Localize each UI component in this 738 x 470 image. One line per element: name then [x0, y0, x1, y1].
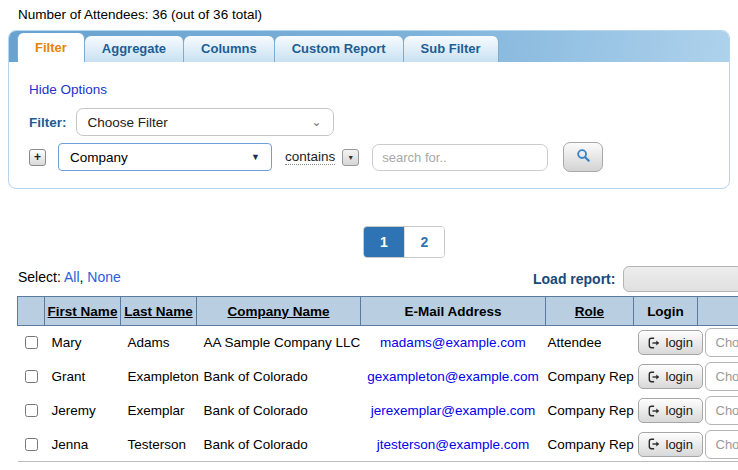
tab-sub-filter[interactable]: Sub Filter: [404, 36, 499, 62]
first-name-cell: Jeremy: [45, 394, 121, 428]
login-button[interactable]: login: [638, 330, 703, 355]
login-button[interactable]: login: [638, 398, 703, 423]
tab-strip: Filter Aggregate Columns Custom Report S…: [9, 31, 729, 62]
load-report-label: Load report:: [533, 271, 615, 287]
last-name-cell: Testerson: [121, 428, 197, 462]
magnifier-icon: [576, 148, 591, 166]
login-arrow-icon: [648, 438, 661, 450]
filter-row: Filter: Choose Filter ⌄: [29, 108, 334, 136]
filter-label: Filter:: [29, 115, 67, 130]
company-cell: Bank of Colorado: [197, 394, 361, 428]
last-name-column-header[interactable]: Last Name: [121, 297, 197, 326]
filter-panel: Filter Aggregate Columns Custom Report S…: [8, 30, 730, 189]
role-column-header[interactable]: Role: [546, 297, 634, 326]
hide-options-link[interactable]: Hide Options: [29, 82, 107, 97]
operator-select[interactable]: ▼: [342, 149, 359, 166]
tab-aggregate[interactable]: Aggregate: [85, 36, 184, 62]
pagination: 1 2: [363, 226, 445, 258]
login-button[interactable]: login: [638, 432, 703, 457]
add-criteria-button[interactable]: +: [29, 149, 46, 166]
triangle-down-icon: ▼: [347, 154, 354, 161]
row-checkbox[interactable]: [25, 404, 38, 417]
login-button[interactable]: login: [638, 364, 703, 389]
choose-button[interactable]: Choose: [705, 362, 738, 391]
company-cell: AA Sample Company LLC: [197, 326, 361, 360]
select-all-link[interactable]: All: [64, 269, 80, 285]
table-row: Grant Exampleton Bank of Colorado gexamp…: [18, 360, 738, 394]
search-input[interactable]: [372, 144, 548, 171]
email-link[interactable]: gexampleton@example.com: [367, 369, 538, 384]
table-row: Mary Adams AA Sample Company LLC madams@…: [18, 326, 738, 360]
company-cell: Bank of Colorado: [197, 360, 361, 394]
first-name-cell: Mary: [45, 326, 121, 360]
login-column-header: Login: [634, 297, 698, 326]
field-select[interactable]: Company ▼: [58, 143, 272, 171]
role-cell: Company Rep: [546, 394, 634, 428]
role-cell: Company Rep: [546, 360, 634, 394]
operator-label[interactable]: contains: [285, 149, 335, 165]
selection-bar: Select: All, None: [18, 269, 121, 285]
first-name-cell: Jenna: [45, 428, 121, 462]
choose-button[interactable]: Choose: [705, 430, 738, 459]
tab-columns[interactable]: Columns: [184, 36, 275, 62]
choose-button[interactable]: Choose: [705, 396, 738, 425]
field-select-value: Company: [70, 150, 128, 165]
login-arrow-icon: [648, 337, 661, 349]
tab-filter[interactable]: Filter: [17, 33, 85, 62]
attendee-count-label: Number of Attendees: 36 (out of 36 total…: [18, 7, 262, 22]
separator: ,: [80, 269, 84, 285]
last-name-cell: Exemplar: [121, 394, 197, 428]
row-checkbox[interactable]: [25, 370, 38, 383]
company-cell: Bank of Colorado: [197, 428, 361, 462]
extra-column-header: [698, 297, 738, 326]
email-link[interactable]: madams@example.com: [380, 335, 526, 350]
attendee-table: First Name Last Name Company Name E-Mail…: [17, 296, 738, 462]
last-name-cell: Adams: [121, 326, 197, 360]
choose-button[interactable]: Choose: [705, 328, 738, 357]
select-none-link[interactable]: None: [87, 269, 120, 285]
role-cell: Company Rep: [546, 428, 634, 462]
last-name-cell: Exampleton: [121, 360, 197, 394]
login-arrow-icon: [648, 405, 661, 417]
select-label: Select:: [18, 269, 61, 285]
page-button-2[interactable]: 2: [404, 227, 444, 257]
email-link[interactable]: jtesterson@example.com: [377, 437, 530, 452]
choose-filter-select[interactable]: Choose Filter ⌄: [76, 108, 334, 136]
tab-custom-report[interactable]: Custom Report: [275, 36, 404, 62]
chevron-down-icon: ⌄: [311, 117, 321, 127]
table-row: Jeremy Exemplar Bank of Colorado jerexem…: [18, 394, 738, 428]
company-column-header[interactable]: Company Name: [197, 297, 361, 326]
row-checkbox[interactable]: [25, 438, 38, 451]
choose-filter-value: Choose Filter: [88, 115, 168, 130]
checkbox-column-header: [18, 297, 45, 326]
table-header-row: First Name Last Name Company Name E-Mail…: [18, 297, 738, 326]
row-checkbox[interactable]: [25, 336, 38, 349]
role-cell: Attendee: [546, 326, 634, 360]
email-column-header: E-Mail Address: [361, 297, 546, 326]
first-name-column-header[interactable]: First Name: [45, 297, 121, 326]
load-report-select[interactable]: [623, 266, 738, 292]
filter-criteria-row: + Company ▼ contains ▼: [29, 142, 603, 172]
first-name-cell: Grant: [45, 360, 121, 394]
attendee-report-screen: Number of Attendees: 36 (out of 36 total…: [0, 0, 738, 470]
page-button-1[interactable]: 1: [364, 227, 404, 257]
login-arrow-icon: [648, 371, 661, 383]
search-button[interactable]: [563, 142, 603, 172]
email-link[interactable]: jerexemplar@example.com: [371, 403, 536, 418]
load-report-bar: Load report:: [533, 266, 738, 292]
table-row: Jenna Testerson Bank of Colorado jtester…: [18, 428, 738, 462]
triangle-down-icon: ▼: [251, 152, 260, 162]
